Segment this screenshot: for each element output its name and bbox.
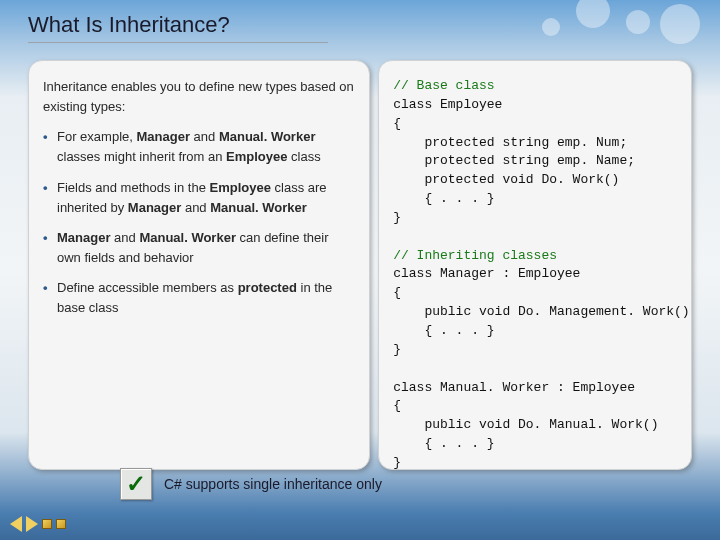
code-line: }	[393, 342, 401, 357]
code-comment: // Inheriting classes	[393, 248, 557, 263]
code-line: {	[393, 398, 401, 413]
text-panel: Inheritance enables you to define new ty…	[28, 60, 370, 470]
code-line: { . . . }	[393, 191, 494, 206]
code-line: protected string emp. Num;	[393, 135, 627, 150]
content-area: Inheritance enables you to define new ty…	[28, 60, 692, 470]
code-comment: // Base class	[393, 78, 494, 93]
slide-nav	[10, 516, 66, 532]
code-line: class Manual. Worker : Employee	[393, 380, 635, 395]
code-line: public void Do. Manual. Work()	[393, 417, 658, 432]
code-line: { . . . }	[393, 436, 494, 451]
code-line: class Manager : Employee	[393, 266, 580, 281]
nav-stop-button[interactable]	[42, 519, 52, 529]
bullet-item: Fields and methods in the Employee class…	[43, 178, 355, 218]
bullet-item: Define accessible members as protected i…	[43, 278, 355, 318]
bullet-item: Manager and Manual. Worker can define th…	[43, 228, 355, 268]
code-line: }	[393, 210, 401, 225]
checkmark-icon: ✓	[120, 468, 152, 500]
code-line: {	[393, 285, 401, 300]
code-line: protected string emp. Name;	[393, 153, 635, 168]
decorative-bubbles	[440, 0, 720, 60]
code-line: { . . . }	[393, 323, 494, 338]
nav-menu-button[interactable]	[56, 519, 66, 529]
bullet-item: For example, Manager and Manual. Worker …	[43, 127, 355, 167]
page-title: What Is Inheritance?	[28, 12, 328, 43]
code-line: public void Do. Management. Work()	[393, 304, 689, 319]
footer-note: ✓ C# supports single inheritance only	[120, 468, 382, 500]
prev-slide-button[interactable]	[10, 516, 22, 532]
code-panel: // Base class class Employee { protected…	[378, 60, 692, 470]
code-line: class Employee	[393, 97, 502, 112]
footer-text: C# supports single inheritance only	[164, 476, 382, 492]
bullet-list: For example, Manager and Manual. Worker …	[43, 127, 355, 318]
code-line: }	[393, 455, 401, 470]
next-slide-button[interactable]	[26, 516, 38, 532]
code-line: {	[393, 116, 401, 131]
intro-text: Inheritance enables you to define new ty…	[43, 77, 355, 117]
code-line: protected void Do. Work()	[393, 172, 619, 187]
